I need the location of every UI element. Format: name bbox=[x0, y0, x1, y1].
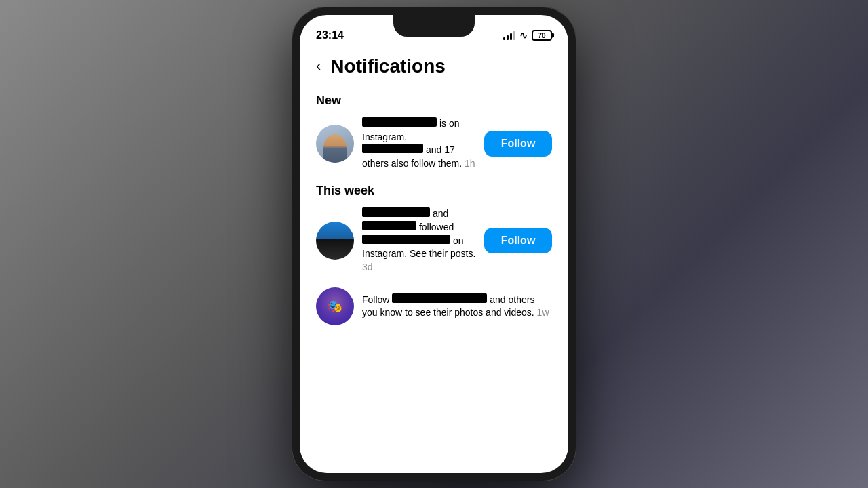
section-label-new: New bbox=[316, 94, 552, 108]
notification-text: Follow and others you know to see their … bbox=[362, 293, 552, 320]
page-title: Notifications bbox=[330, 56, 446, 77]
notification-text: is on Instagram. and 17 others also foll… bbox=[362, 117, 476, 170]
avatar bbox=[316, 222, 354, 260]
back-button[interactable]: ‹ bbox=[316, 58, 321, 75]
time-display: 23:14 bbox=[316, 29, 344, 41]
follow-button-1[interactable]: Follow bbox=[484, 131, 552, 157]
follow-button-2[interactable]: Follow bbox=[484, 228, 552, 253]
phone-frame: 23:14 ∿ 70 ‹ Notifications bbox=[292, 7, 576, 481]
notch bbox=[393, 15, 475, 37]
this-week-section: This week and followed on Instagram. See… bbox=[316, 184, 552, 325]
phone-screen: 23:14 ∿ 70 ‹ Notifications bbox=[300, 15, 568, 473]
new-section: New is on Instagram. and 17 others also … bbox=[316, 94, 552, 170]
notification-text: and followed on Instagram. See their pos… bbox=[362, 207, 476, 274]
signal-icon bbox=[503, 30, 515, 40]
notification-item: 🎭 Follow and others you know to see thei… bbox=[316, 287, 552, 325]
page-header: ‹ Notifications bbox=[316, 56, 552, 77]
avatar: 🎭 bbox=[316, 287, 354, 325]
wifi-icon: ∿ bbox=[519, 30, 528, 41]
notifications-content: ‹ Notifications New is on Instagram. and… bbox=[300, 49, 568, 352]
avatar bbox=[316, 125, 354, 163]
battery-icon: 70 bbox=[532, 30, 552, 41]
notification-item: and followed on Instagram. See their pos… bbox=[316, 207, 552, 274]
notification-item: is on Instagram. and 17 others also foll… bbox=[316, 117, 552, 170]
section-label-week: This week bbox=[316, 184, 552, 198]
status-icons: ∿ 70 bbox=[503, 30, 552, 41]
